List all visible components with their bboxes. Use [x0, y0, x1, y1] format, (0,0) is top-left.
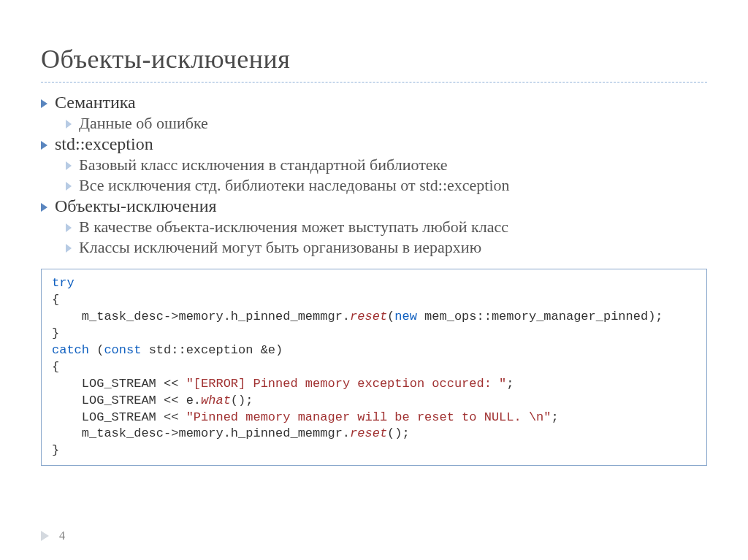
code-text: ( — [387, 310, 394, 323]
code-text: { — [52, 360, 59, 374]
list-item: Классы исключений могут быть организован… — [66, 238, 707, 257]
list-item: Все исключения стд. библиотеки наследова… — [66, 176, 707, 195]
bullet-icon — [66, 223, 72, 232]
code-text: m_task_desc->memory.h_pinned_memmgr. — [52, 310, 350, 323]
code-text: ; — [506, 377, 514, 391]
code-text: } — [52, 443, 59, 457]
list-item-text: Классы исключений могут быть организован… — [79, 238, 481, 257]
code-keyword: try — [52, 276, 75, 290]
footer-triangle-icon — [41, 531, 49, 541]
list-item-text: В качестве объекта-исключения может выст… — [79, 218, 508, 237]
code-text: (); — [387, 426, 410, 440]
bullet-icon — [41, 99, 47, 108]
slide: Объекты-исключения Семантика Данные об о… — [0, 0, 748, 560]
list-item-text: Данные об ошибке — [79, 114, 208, 133]
code-keyword: new — [394, 310, 417, 323]
code-text: mem_ops::memory_manager_pinned); — [417, 310, 663, 323]
list-item: В качестве объекта-исключения может выст… — [66, 218, 707, 237]
list-item: std::exception — [41, 134, 707, 154]
bullet-list: Семантика Данные об ошибке std::exceptio… — [41, 93, 707, 257]
code-text: LOG_STREAM << — [52, 410, 186, 424]
code-text: (); — [231, 394, 253, 407]
code-func: what — [201, 394, 231, 407]
code-text: { — [52, 293, 59, 307]
code-text: LOG_STREAM << e. — [52, 394, 201, 407]
code-func: reset — [350, 310, 387, 323]
bullet-icon — [66, 120, 72, 129]
list-item-text: Базовый класс исключения в стандартной б… — [79, 156, 447, 174]
code-string: "[ERROR] Pinned memory exception occured… — [186, 377, 507, 391]
list-item-text: Объекты-исключения — [55, 196, 217, 216]
bullet-icon — [66, 244, 72, 253]
code-text: ( — [89, 343, 104, 357]
footer: 4 — [41, 529, 65, 542]
code-text: m_task_desc->memory.h_pinned_memmgr. — [52, 426, 350, 440]
code-text: ; — [552, 410, 559, 424]
bullet-icon — [41, 203, 47, 212]
code-text: std::exception &e) — [141, 343, 283, 357]
code-func: reset — [350, 426, 387, 440]
code-block: try { m_task_desc->memory.h_pinned_memmg… — [41, 269, 707, 466]
code-text: } — [52, 326, 59, 340]
list-item: Базовый класс исключения в стандартной б… — [66, 156, 707, 174]
list-item-text: Семантика — [55, 93, 136, 112]
code-keyword: const — [104, 343, 141, 357]
slide-title: Объекты-исключения — [41, 44, 707, 74]
list-item: Семантика — [41, 93, 707, 112]
title-underline — [41, 82, 707, 83]
code-text: LOG_STREAM << — [52, 377, 186, 391]
list-item-text: std::exception — [55, 134, 153, 154]
page-number: 4 — [59, 529, 65, 542]
list-item: Объекты-исключения — [41, 196, 707, 216]
code-string: "Pinned memory manager will be reset to … — [186, 410, 552, 424]
code-keyword: catch — [52, 343, 89, 357]
list-item: Данные об ошибке — [66, 114, 707, 133]
bullet-icon — [66, 161, 72, 170]
bullet-icon — [66, 182, 72, 191]
bullet-icon — [41, 141, 47, 150]
list-item-text: Все исключения стд. библиотеки наследова… — [79, 176, 510, 195]
